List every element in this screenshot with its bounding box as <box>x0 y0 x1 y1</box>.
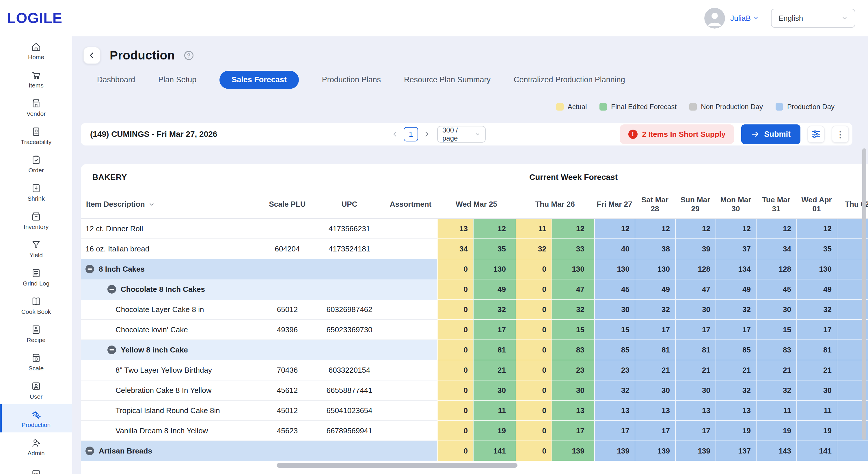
cell-production-day[interactable]: 37 <box>716 239 756 259</box>
cell-forecast[interactable]: 12 <box>473 219 516 239</box>
page-size-select[interactable]: 300 / page <box>437 126 486 143</box>
cell-forecast[interactable]: 19 <box>473 421 516 441</box>
collapse-icon[interactable] <box>107 285 116 293</box>
cell-production-day[interactable]: 23 <box>594 360 635 380</box>
cell-production-day[interactable]: 21 <box>716 360 756 380</box>
tab-sales-forecast[interactable]: Sales Forecast <box>219 71 299 89</box>
cell-production-day[interactable]: 47 <box>675 279 716 299</box>
cell-production-day[interactable]: 139 <box>675 441 716 461</box>
horizontal-scrollbar[interactable] <box>277 463 518 468</box>
cell-forecast[interactable]: 139 <box>552 441 594 461</box>
cell-production-day[interactable]: 81 <box>635 340 675 360</box>
sidebar-item-traceability[interactable]: Traceability <box>0 121 72 150</box>
cell-production-day[interactable]: 139 <box>594 441 635 461</box>
sidebar-item-shrink[interactable]: Shrink <box>0 178 72 206</box>
cell-production-day[interactable]: 49 <box>796 279 837 299</box>
cell-production-day[interactable]: 139 <box>635 441 675 461</box>
cell-forecast[interactable]: 11 <box>473 401 516 421</box>
tab-production-plans[interactable]: Production Plans <box>322 75 381 84</box>
cell-production-day[interactable]: 15 <box>594 320 635 340</box>
cell-production-day[interactable]: 12 <box>756 219 796 239</box>
cell-production-day[interactable]: 40 <box>594 239 635 259</box>
cell-forecast[interactable]: 17 <box>473 320 516 340</box>
cell-production-day[interactable]: 134 <box>716 259 756 279</box>
sidebar-item-admin[interactable]: Admin <box>0 433 72 461</box>
sidebar-item-scale[interactable]: Scale <box>0 348 72 376</box>
tab-plan-setup[interactable]: Plan Setup <box>158 75 196 84</box>
column-header-item-description[interactable]: Item Description <box>81 191 260 218</box>
cell-production-day[interactable]: 45 <box>594 279 635 299</box>
cell-forecast[interactable]: 23 <box>552 360 594 380</box>
sidebar-item-order[interactable]: Order <box>0 150 72 178</box>
cell-forecast[interactable]: 47 <box>552 279 594 299</box>
sidebar-item-grind-log[interactable]: Grind Log <box>0 263 72 291</box>
filter-button[interactable] <box>807 126 825 143</box>
prev-page-icon[interactable] <box>392 131 399 138</box>
cell-production-day[interactable]: 143 <box>756 441 796 461</box>
cell-production-day[interactable]: 38 <box>635 239 675 259</box>
short-supply-alert[interactable]: ! 2 Items In Short Supply <box>620 124 734 144</box>
sidebar-item-home[interactable]: Home <box>0 36 72 65</box>
cell-production-day[interactable]: 13 <box>716 401 756 421</box>
cell-production-day[interactable]: 13 <box>635 401 675 421</box>
collapse-icon[interactable] <box>86 265 94 273</box>
cell-forecast[interactable]: 81 <box>473 340 516 360</box>
cell-forecast[interactable]: 30 <box>473 380 516 401</box>
tab-resource-plan-summary[interactable]: Resource Plan Summary <box>404 75 491 84</box>
cell-production-day[interactable]: 21 <box>635 360 675 380</box>
cell-production-day[interactable]: 49 <box>716 279 756 299</box>
cell-production-day[interactable]: 83 <box>756 340 796 360</box>
cell-forecast[interactable]: 141 <box>473 441 516 461</box>
sidebar-item-yield[interactable]: Yield <box>0 234 72 263</box>
cell-forecast[interactable]: 35 <box>473 239 516 259</box>
cell-production-day[interactable]: 34 <box>756 239 796 259</box>
collapse-icon[interactable] <box>86 447 94 455</box>
cell-production-day[interactable]: 17 <box>675 421 716 441</box>
cell-production-day[interactable]: 128 <box>675 259 716 279</box>
cell-production-day[interactable]: 17 <box>635 320 675 340</box>
submit-button[interactable]: Submit <box>741 124 801 144</box>
cell-production-day[interactable]: 17 <box>716 320 756 340</box>
cell-production-day[interactable]: 141 <box>796 441 837 461</box>
cell-production-day[interactable]: 13 <box>594 401 635 421</box>
cell-production-day[interactable]: 30 <box>635 380 675 401</box>
cell-production-day[interactable]: 17 <box>675 320 716 340</box>
cell-production-day[interactable]: 12 <box>594 219 635 239</box>
cell-production-day[interactable]: 19 <box>796 421 837 441</box>
cell-forecast[interactable]: 13 <box>552 401 594 421</box>
sidebar-item-extra[interactable]: SQL <box>0 461 72 474</box>
sidebar-item-recipe[interactable]: Recipe <box>0 319 72 348</box>
cell-production-day[interactable]: 30 <box>796 380 837 401</box>
cell-production-day[interactable]: 30 <box>756 299 796 320</box>
cell-production-day[interactable]: 30 <box>675 380 716 401</box>
cell-production-day[interactable]: 32 <box>796 299 837 320</box>
user-menu[interactable]: JuliaB <box>730 14 759 23</box>
cell-production-day[interactable]: 32 <box>635 299 675 320</box>
cell-production-day[interactable]: 17 <box>635 421 675 441</box>
sidebar-item-inventory[interactable]: Inventory <box>0 206 72 234</box>
avatar[interactable] <box>704 8 725 29</box>
cell-production-day[interactable]: 12 <box>716 219 756 239</box>
cell-forecast[interactable]: 30 <box>552 380 594 401</box>
sidebar-item-production[interactable]: Production <box>0 404 72 433</box>
cell-production-day[interactable]: 45 <box>756 279 796 299</box>
cell-production-day[interactable]: 11 <box>756 401 796 421</box>
cell-forecast[interactable]: 49 <box>473 279 516 299</box>
cell-forecast[interactable]: 17 <box>552 421 594 441</box>
cell-production-day[interactable]: 15 <box>756 320 796 340</box>
cell-production-day[interactable]: 13 <box>675 401 716 421</box>
cell-forecast[interactable]: 15 <box>552 320 594 340</box>
cell-production-day[interactable]: 32 <box>594 380 635 401</box>
cell-production-day[interactable]: 35 <box>796 239 837 259</box>
tab-dashboard[interactable]: Dashboard <box>97 75 135 84</box>
cell-production-day[interactable]: 81 <box>675 340 716 360</box>
cell-production-day[interactable]: 17 <box>796 320 837 340</box>
sidebar-item-cook-book[interactable]: Cook Book <box>0 291 72 319</box>
cell-production-day[interactable]: 21 <box>796 360 837 380</box>
cell-production-day[interactable]: 81 <box>796 340 837 360</box>
cell-production-day[interactable]: 12 <box>635 219 675 239</box>
collapse-icon[interactable] <box>107 346 116 354</box>
cell-production-day[interactable]: 128 <box>756 259 796 279</box>
sidebar-item-items[interactable]: Items <box>0 65 72 93</box>
next-page-icon[interactable] <box>423 131 430 138</box>
